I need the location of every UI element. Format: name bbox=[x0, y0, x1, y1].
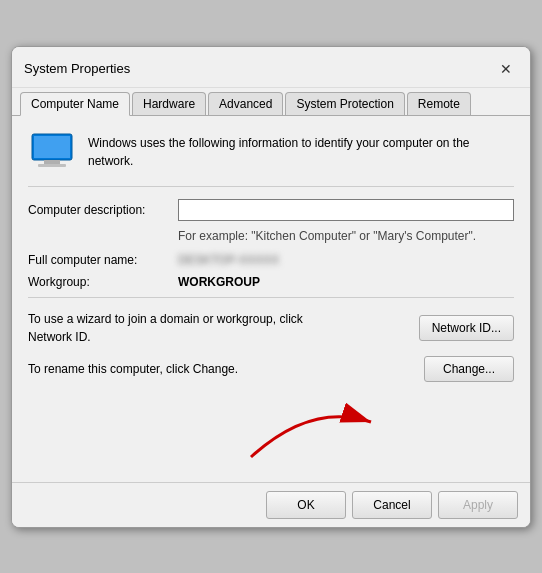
full-computer-name-row: Full computer name: DESKTOP-XXXXX bbox=[28, 253, 514, 267]
rename-text: To rename this computer, click Change. bbox=[28, 362, 238, 376]
tab-computer-name[interactable]: Computer Name bbox=[20, 92, 130, 116]
info-row: Windows uses the following information t… bbox=[28, 132, 514, 172]
computer-description-row: Computer description: bbox=[28, 199, 514, 221]
computer-description-input[interactable] bbox=[178, 199, 514, 221]
dialog-footer: OK Cancel Apply bbox=[12, 482, 530, 527]
full-computer-name-label: Full computer name: bbox=[28, 253, 178, 267]
tab-bar: Computer Name Hardware Advanced System P… bbox=[12, 88, 530, 116]
tab-advanced[interactable]: Advanced bbox=[208, 92, 283, 115]
system-properties-dialog: System Properties ✕ Computer Name Hardwa… bbox=[11, 46, 531, 528]
computer-icon bbox=[28, 132, 76, 172]
tab-hardware[interactable]: Hardware bbox=[132, 92, 206, 115]
tab-content: Windows uses the following information t… bbox=[12, 116, 530, 482]
arrow-annotation bbox=[231, 392, 391, 467]
svg-rect-2 bbox=[44, 160, 60, 164]
close-button[interactable]: ✕ bbox=[494, 57, 518, 81]
svg-rect-1 bbox=[34, 136, 70, 158]
workgroup-label: Workgroup: bbox=[28, 275, 178, 289]
computer-description-label: Computer description: bbox=[28, 203, 178, 217]
wizard-text: To use a wizard to join a domain or work… bbox=[28, 310, 328, 346]
arrow-area bbox=[28, 390, 514, 470]
wizard-section: To use a wizard to join a domain or work… bbox=[28, 297, 514, 346]
svg-rect-3 bbox=[38, 164, 66, 167]
info-text: Windows uses the following information t… bbox=[88, 132, 514, 170]
network-id-button[interactable]: Network ID... bbox=[419, 315, 514, 341]
title-bar: System Properties ✕ bbox=[12, 47, 530, 88]
cancel-button[interactable]: Cancel bbox=[352, 491, 432, 519]
tab-remote[interactable]: Remote bbox=[407, 92, 471, 115]
rename-section: To rename this computer, click Change. C… bbox=[28, 356, 514, 390]
workgroup-row: Workgroup: WORKGROUP bbox=[28, 275, 514, 289]
dialog-title: System Properties bbox=[24, 61, 130, 76]
form-section: Computer description: For example: "Kitc… bbox=[28, 186, 514, 289]
change-button[interactable]: Change... bbox=[424, 356, 514, 382]
tab-system-protection[interactable]: System Protection bbox=[285, 92, 404, 115]
full-computer-name-value: DESKTOP-XXXXX bbox=[178, 253, 279, 267]
apply-button[interactable]: Apply bbox=[438, 491, 518, 519]
ok-button[interactable]: OK bbox=[266, 491, 346, 519]
example-text: For example: "Kitchen Computer" or "Mary… bbox=[178, 227, 514, 245]
workgroup-value: WORKGROUP bbox=[178, 275, 260, 289]
